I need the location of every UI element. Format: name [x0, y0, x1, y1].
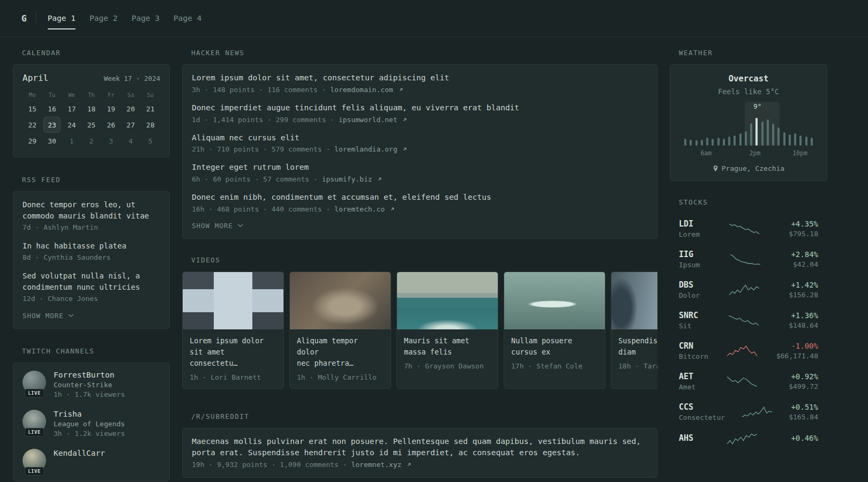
- hn-item-domain[interactable]: ipsumify.biz: [322, 175, 372, 183]
- video-card[interactable]: Suspendis diam 18h · Tara: [611, 272, 657, 389]
- channel-info: ForrestBurton Counter-Strike 1h · 1.7k v…: [54, 371, 125, 398]
- hn-item-domain[interactable]: ipsumworld.net: [339, 116, 398, 124]
- stock-row[interactable]: CCS Consectetur +0.51% $165.84: [670, 397, 827, 427]
- hn-item-domain[interactable]: loremlandia.org: [334, 145, 397, 153]
- channel-name[interactable]: KendallCarr: [54, 449, 105, 457]
- page-tab[interactable]: Page 2: [89, 14, 117, 22]
- video-body: Aliquam tempor dolor nec pharetra… 1h · …: [290, 329, 391, 388]
- page-tab[interactable]: Page 4: [174, 14, 201, 22]
- video-title[interactable]: Mauris sit amet massa felis: [404, 335, 491, 358]
- stocks-section-title: STOCKS: [679, 198, 827, 206]
- external-link-icon: [407, 462, 411, 467]
- stock-name: Sit: [679, 322, 698, 330]
- stock-ticker[interactable]: DBS: [679, 280, 700, 290]
- hn-item-meta: 6h · 60 points · 57 comments · ipsumify.…: [192, 175, 648, 183]
- weather-chart: 9°: [684, 102, 813, 146]
- subreddit-post-meta: 19h · 9,932 points · 1,090 comments · lo…: [192, 461, 648, 469]
- stock-price: $156.28: [789, 291, 818, 299]
- hn-item-title[interactable]: Lorem ipsum dolor sit amet, consectetur …: [192, 72, 648, 84]
- rss-item: Sed volutpat nulla nisl, a condimentum n…: [23, 270, 160, 303]
- stock-ticker[interactable]: AHS: [679, 433, 693, 443]
- calendar-week-label: Week 17 · 2024: [104, 74, 160, 82]
- rss-show-more-button[interactable]: SHOW MORE: [23, 312, 74, 320]
- hn-item-title[interactable]: Donec enim nibh, condimentum et accumsan…: [192, 192, 648, 204]
- twitch-channel-row[interactable]: LIVE Trisha League of Legends 3h · 1.2k …: [23, 410, 160, 438]
- video-thumbnail[interactable]: [504, 272, 605, 329]
- stock-values: +1.36% $148.64: [789, 311, 818, 329]
- subreddit-post-title[interactable]: Maecenas mollis pulvinar erat non posuer…: [192, 436, 648, 460]
- channel-game[interactable]: League of Legends: [54, 420, 125, 428]
- weather-bar: [772, 124, 774, 146]
- video-thumbnail[interactable]: [183, 272, 283, 329]
- stock-row[interactable]: LDI Lorem +4.35% $795.18: [670, 214, 827, 244]
- video-thumbnail[interactable]: [397, 272, 498, 329]
- video-thumbnail[interactable]: [290, 272, 391, 329]
- calendar-day: 25: [83, 117, 99, 132]
- stock-row[interactable]: DBS Dolor +1.42% $156.28: [670, 275, 827, 305]
- video-title[interactable]: Suspendis diam: [618, 335, 657, 358]
- rss-item-title[interactable]: Sed volutpat nulla nisl, a condimentum n…: [23, 270, 160, 293]
- hn-item-title[interactable]: Aliquam nec cursus elit: [192, 132, 648, 144]
- stock-ticker[interactable]: CCS: [679, 402, 725, 412]
- stock-ticker[interactable]: IIG: [679, 250, 700, 259]
- twitch-channel-row[interactable]: LIVE ForrestBurton Counter-Strike 1h · 1…: [23, 371, 160, 398]
- hn-item-domain[interactable]: loremtech.co: [334, 205, 385, 213]
- video-card[interactable]: Lorem ipsum dolor sit amet consectetu… 1…: [182, 272, 284, 389]
- weekday-label: We: [68, 88, 75, 101]
- calendar-days-grid: 1516171819202122232425262728293012345: [23, 101, 160, 148]
- weather-bar: [794, 133, 796, 146]
- video-thumbnail[interactable]: [611, 272, 657, 329]
- stock-ticker[interactable]: AET: [679, 372, 695, 381]
- channel-game[interactable]: Counter-Strike: [54, 381, 125, 389]
- stock-name: Consectetur: [679, 413, 725, 421]
- channel-name[interactable]: ForrestBurton: [54, 371, 125, 379]
- stock-row[interactable]: AET Amet +0.92% $499.72: [670, 366, 827, 397]
- axis-label-6am: 6am: [700, 149, 712, 157]
- app-logo[interactable]: G: [21, 13, 27, 24]
- calendar-day: 19: [103, 101, 119, 116]
- stock-row[interactable]: CRN Bitcorn -1.00% $66,171.48: [670, 336, 827, 366]
- subreddit-post-stats: 19h · 9,932 points · 1,090 comments ·: [192, 461, 347, 469]
- video-title[interactable]: Lorem ipsum dolor sit amet consectetu…: [190, 335, 276, 369]
- channel-name[interactable]: Trisha: [54, 410, 125, 418]
- video-title[interactable]: Nullam posuere cursus ex: [511, 335, 598, 358]
- rss-widget: Donec tempor eros leo, ut commodo mauris…: [13, 191, 170, 329]
- weekday-label: Sa: [128, 88, 134, 101]
- stock-row[interactable]: SNRC Sit +1.36% $148.64: [670, 305, 827, 336]
- rss-item: In hac habitasse platea 8d · Cynthia Sau…: [23, 240, 160, 261]
- middle-column: HACKER NEWS Lorem ipsum dolor sit amet, …: [182, 49, 657, 478]
- stock-values: +4.35% $795.18: [789, 220, 818, 238]
- rss-item-title[interactable]: In hac habitasse platea: [23, 240, 160, 252]
- weather-feels-like: Feels like 5°C: [679, 87, 818, 96]
- hackernews-show-more-button[interactable]: SHOW MORE: [192, 222, 243, 230]
- stock-row[interactable]: AHS +0.46%: [670, 427, 827, 451]
- stock-ticker[interactable]: CRN: [679, 341, 708, 351]
- live-badge: LIVE: [25, 467, 44, 476]
- subreddit-post-domain[interactable]: loremnet.xyz: [351, 461, 401, 469]
- calendar-day: 18: [83, 101, 99, 116]
- video-card[interactable]: Mauris sit amet massa felis 7h · Grayson…: [396, 272, 498, 389]
- hn-item-meta: 16h · 468 points · 440 comments · loremt…: [192, 205, 648, 213]
- weather-section-title: WEATHER: [679, 49, 827, 57]
- calendar-day: 16: [44, 101, 60, 116]
- weather-bar: [701, 140, 703, 146]
- video-body: Lorem ipsum dolor sit amet consectetu… 1…: [183, 329, 283, 388]
- video-card[interactable]: Nullam posuere cursus ex 17h · Stefan Co…: [504, 272, 605, 389]
- hackernews-item: Donec enim nibh, condimentum et accumsan…: [192, 192, 648, 213]
- video-card[interactable]: Aliquam tempor dolor nec pharetra… 1h · …: [289, 272, 391, 389]
- stock-ticker[interactable]: SNRC: [679, 311, 698, 320]
- video-title[interactable]: Aliquam tempor dolor nec pharetra…: [297, 335, 384, 369]
- stock-change: +0.46%: [791, 434, 818, 442]
- weather-location: Prague, Czechia: [679, 164, 818, 172]
- stock-ticker[interactable]: LDI: [679, 219, 700, 229]
- stock-sparkline: [728, 314, 759, 327]
- stock-row[interactable]: IIG Ipsum +2.84% $42.04: [670, 244, 827, 275]
- rss-item-title[interactable]: Donec tempor eros leo, ut commodo mauris…: [23, 199, 160, 222]
- hn-item-title[interactable]: Integer eget rutrum lorem: [192, 162, 648, 174]
- page-tab[interactable]: Page 3: [131, 14, 159, 22]
- hn-item-domain[interactable]: loremdomain.com: [330, 86, 393, 94]
- twitch-channel-row[interactable]: LIVE KendallCarr: [23, 449, 160, 472]
- hn-item-title[interactable]: Donec imperdiet augue tincidunt felis al…: [192, 102, 648, 114]
- hn-item-stats: 3h · 148 points · 116 comments ·: [192, 86, 326, 94]
- page-tab[interactable]: Page 1: [48, 14, 76, 22]
